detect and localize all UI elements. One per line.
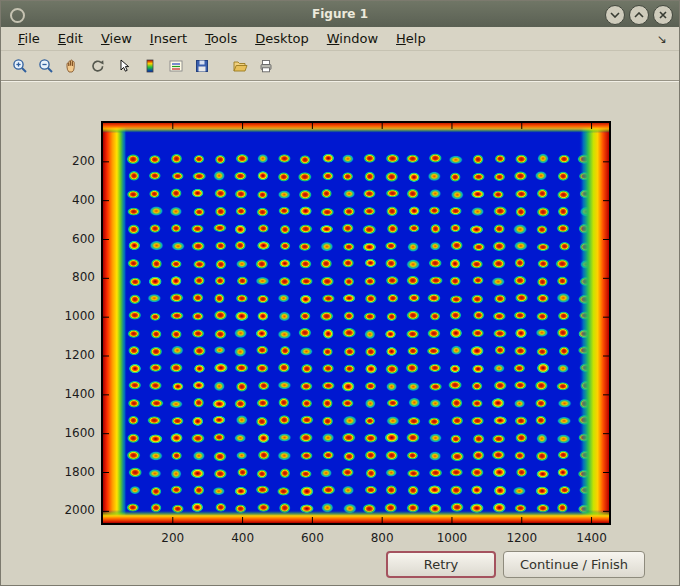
y-axis-tick-label: 1600	[53, 426, 95, 440]
y-axis-tick-label: 1400	[53, 387, 95, 401]
x-axis-tick-label: 800	[371, 531, 394, 545]
x-axis-tick-label: 200	[161, 531, 184, 545]
save-icon	[194, 58, 210, 74]
y-axis-tick-label: 600	[53, 232, 95, 246]
right-edge-band	[579, 123, 609, 523]
menu-desktop[interactable]: Desktop	[246, 28, 318, 49]
x-axis-tick-label: 400	[231, 531, 254, 545]
menu-insert[interactable]: Insert	[141, 28, 196, 49]
colorbar-icon	[142, 58, 158, 74]
print-icon	[258, 58, 274, 74]
maximize-button[interactable]	[629, 5, 649, 25]
close-icon	[659, 11, 667, 19]
y-axis-tick-label: 1200	[53, 348, 95, 362]
menu-help[interactable]: Help	[387, 28, 435, 49]
zoom-in-button[interactable]	[7, 54, 33, 78]
title-bar[interactable]: Figure 1	[1, 1, 679, 27]
pan-button[interactable]	[59, 54, 85, 78]
menu-tools[interactable]: Tools	[196, 28, 246, 49]
top-edge-band	[103, 123, 609, 133]
microarray-scan-image	[103, 123, 609, 523]
y-axis-tick-label: 1000	[53, 309, 95, 323]
insert-legend-button[interactable]	[163, 54, 189, 78]
data-cursor-button[interactable]	[111, 54, 137, 78]
figure-toolbar	[1, 51, 679, 81]
menu-edit[interactable]: Edit	[49, 28, 92, 49]
zoom-in-icon	[12, 58, 28, 74]
y-axis-tick-label: 400	[53, 193, 95, 207]
menu-file[interactable]: File	[9, 28, 49, 49]
close-button[interactable]	[653, 5, 673, 25]
menu-bar: File Edit View Insert Tools Desktop Wind…	[1, 27, 679, 51]
y-axis-tick-label: 1800	[53, 465, 95, 479]
y-axis-tick-label: 2000	[53, 503, 95, 517]
zoom-out-icon	[38, 58, 54, 74]
rotate-icon	[90, 58, 106, 74]
x-axis-tick-label: 1400	[576, 531, 607, 545]
data-cursor-icon	[116, 58, 132, 74]
save-button[interactable]	[189, 54, 215, 78]
chevron-up-icon	[634, 12, 644, 18]
y-axis-tick-label: 800	[53, 270, 95, 284]
menu-view[interactable]: View	[92, 28, 141, 49]
menubar-dock-arrow-icon[interactable]: ↘	[657, 32, 671, 46]
figure-window: Figure 1 File Edit View Insert Tools Des…	[0, 0, 680, 586]
zoom-out-button[interactable]	[33, 54, 59, 78]
rotate-3d-button[interactable]	[85, 54, 111, 78]
y-axis-tick-label: 200	[53, 154, 95, 168]
print-button[interactable]	[253, 54, 279, 78]
x-axis-tick-label: 600	[301, 531, 324, 545]
shade-button[interactable]	[605, 5, 625, 25]
menu-window[interactable]: Window	[318, 28, 387, 49]
figure-canvas: Retry Continue / Finish 2004006008001000…	[1, 81, 679, 586]
chevron-down-icon	[610, 12, 620, 18]
window-title: Figure 1	[1, 7, 679, 21]
legend-icon	[168, 58, 184, 74]
colorbar-button[interactable]	[137, 54, 163, 78]
left-edge-band	[103, 123, 127, 523]
pan-hand-icon	[64, 58, 80, 74]
open-folder-icon	[232, 58, 248, 74]
bottom-edge-band	[103, 510, 609, 523]
retry-button[interactable]: Retry	[386, 551, 496, 578]
image-background	[103, 123, 609, 523]
continue-finish-button[interactable]: Continue / Finish	[503, 551, 645, 578]
open-folder-button[interactable]	[227, 54, 253, 78]
x-axis-tick-label: 1000	[437, 531, 468, 545]
axes-image[interactable]	[101, 121, 611, 525]
x-axis-tick-label: 1200	[506, 531, 537, 545]
